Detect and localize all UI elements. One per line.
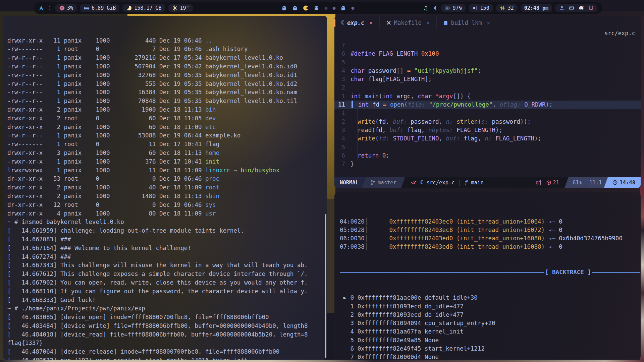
network-widget[interactable]: 32: [496, 4, 518, 12]
stat-widget[interactable]: 158.17 GB: [122, 4, 165, 12]
ls-row: dr-xr-xr-x 53 root 0 0 Dec 19 06:46 proc: [7, 175, 327, 183]
ls-row-meta: -rw-r--r-- 1 panix 1000 16384 Dec 19 05:…: [7, 89, 205, 96]
workspace-dot[interactable]: [324, 7, 327, 10]
memory-value: 0: [559, 243, 562, 250]
code-text: #define FLAG_LENGTH 0x100: [351, 50, 439, 58]
statusline-clock: 14:48: [604, 177, 641, 188]
cpu-icon: [59, 5, 65, 11]
tab-close-icon[interactable]: ×: [369, 20, 373, 26]
terminal-scrollbar[interactable]: [325, 214, 326, 358]
user-icon[interactable]: [559, 5, 565, 11]
editor-window[interactable]: Cexp.c×Makefile×build_lkm× src/exp.c 76#…: [334, 16, 641, 188]
bluetooth-icon[interactable]: [432, 5, 438, 11]
terminal-text: [ 14.667164] ### Welcome to this kernel …: [7, 245, 191, 251]
backtrace-rule-right: [592, 272, 640, 273]
tab-build_lkm[interactable]: build_lkm×: [436, 16, 497, 30]
workspace-dot[interactable]: [351, 7, 354, 10]
file-name: init: [205, 158, 219, 165]
clock-widget[interactable]: 02:48 pm: [521, 4, 552, 12]
line-number: 6: [334, 50, 351, 58]
ls-row: -rw-r--r-- 1 panix 1000 32768 Dec 19 05:…: [7, 71, 327, 80]
tab-Makefile[interactable]: Makefile×: [379, 16, 437, 30]
git-branch-icon: [371, 180, 375, 185]
code-line: 5: [334, 143, 641, 152]
symlink-arrow: →: [230, 167, 241, 174]
stat-value: 19°: [180, 5, 189, 11]
code-text: read(fd, buf: flag, nbytes: FLAG_LENGTH)…: [351, 126, 502, 134]
terminal-line: [ 46.489633] exp (102) used greatest sta…: [7, 356, 327, 360]
workspace-dot[interactable]: [332, 7, 335, 10]
terminal-text: [ 14.668333] Good luck!: [7, 297, 96, 303]
discord-icon[interactable]: [578, 5, 584, 11]
tab-label: build_lkm: [451, 19, 482, 26]
ls-row: -rw------- 1 root 0 7 Dec 19 06:46 .ash_…: [7, 45, 327, 54]
line-number: 1: [334, 109, 351, 117]
editor-cursor: [352, 101, 353, 108]
ghost-workspace-icon[interactable]: [292, 5, 298, 11]
ls-row-meta: dr-xr-xr-x 53 root 0 0 Dec 19 06:46: [7, 175, 205, 182]
backtrace-header: [ BACKTRACE ]: [340, 268, 641, 277]
menu-dots-icon[interactable]: ⋮: [47, 5, 52, 11]
tab-exp.c[interactable]: Cexp.c×: [334, 16, 379, 30]
code-text: return 0;: [351, 152, 389, 160]
arch-logo-icon[interactable]: [38, 5, 44, 11]
line-number: 4: [334, 134, 351, 143]
ls-row: -rw-r--r-- 1 panix 1000 53088 Dec 19 06:…: [7, 131, 327, 140]
file-icon: [443, 20, 448, 25]
ghost-workspace-icon[interactable]: [281, 5, 287, 11]
terminal-text: [ 14.661959] challenge: loading out-of-t…: [7, 227, 244, 234]
traffic-arrows-icon: [500, 5, 505, 11]
ls-row-meta: -rw------- 1 root 0 11 Dec 17 10:41: [7, 141, 205, 147]
line-number: 11: [334, 101, 351, 109]
cursor-position: 11:1: [589, 180, 602, 186]
terminal-text: [ 46.483484] [device_write] file=ffff888…: [7, 322, 308, 329]
line-number: 4: [334, 67, 351, 75]
power-icon[interactable]: [588, 5, 594, 11]
volume-widget[interactable]: 150: [469, 4, 493, 12]
file-name: etc: [205, 124, 216, 130]
terminal-line: [ 46.483085] [device_open] inode=ffff888…: [7, 313, 327, 322]
ls-row: drwxr-xr-x 4 panix 1000 80 Dec 18 11:09 …: [7, 209, 327, 218]
ls-row-meta: -rw-r--r-- 1 panix 1000 70848 Dec 19 05:…: [7, 98, 205, 104]
battery-widget[interactable]: 97%: [441, 4, 466, 12]
ls-row-meta: -rw-r--r-- 1 panix 1000 32768 Dec 19 05:…: [7, 72, 205, 78]
ghost-workspace-icon[interactable]: [340, 5, 346, 11]
code-area[interactable]: 76#define FLAG_LENGTH 0x10054char passwo…: [334, 39, 641, 168]
current-function: main: [471, 180, 483, 186]
memory-address: 0xffffffff82403ed8 (init_thread_union+16…: [389, 243, 545, 250]
ls-row: dr-xr-xr-x 12 root 0 0 Dec 19 06:46 sys: [7, 201, 327, 209]
status-bar: ⋮ 3%6.89 GiB158.17 GB19° ♫ 97% 150 32 02…: [34, 2, 602, 14]
terminal-text: [ 14.667343] This challenge will misuse …: [7, 262, 308, 268]
stat-widget[interactable]: 3%: [55, 4, 77, 12]
code-line: 4 write(fd: STDOUT_FILENO, buf: flag, n:…: [334, 134, 641, 143]
stack-row: 04:0020│ 0xffffffff82403ec0 (init_thread…: [340, 218, 641, 226]
ls-row: -rw-r--r-- 1 panix 1000 279216 Dec 17 05…: [7, 54, 327, 62]
ls-row-meta: -rw-r--r-- 1 panix 1000 507904 Dec 19 05…: [7, 63, 205, 70]
ls-row-meta: drwxr-xr-x 2 panix 1000 1900 Dec 18 11:1…: [7, 106, 205, 113]
code-line: 3 read(fd, buf: flag, nbytes: FLAG_LENGT…: [334, 126, 641, 134]
pacman-workspace-icon[interactable]: [303, 5, 309, 11]
music-icon[interactable]: ♫: [423, 5, 428, 11]
statusline-right: gj 21 61% 11:1 14:48: [536, 177, 641, 188]
wallpaper-right-edge: [640, 16, 644, 362]
terminal-window[interactable]: drwxr-xr-x 11 panix 1000 440 Dec 19 06:4…: [3, 16, 327, 360]
terminal-text: [ 14.668110] If you can figure out the p…: [7, 288, 308, 295]
lsp-indicator: <c: [411, 180, 417, 186]
terminal-text: [ 14.667902] You can open, read, write, …: [7, 279, 308, 286]
debugger-window[interactable]: 04:0020│ 0xffffffff82403ec0 (init_thread…: [334, 192, 641, 360]
keyboard-icon[interactable]: [569, 5, 574, 11]
ghost-workspace-icon[interactable]: [314, 5, 319, 11]
tab-close-icon[interactable]: ×: [487, 20, 490, 26]
ls-row: -rw------- 1 root 0 11 Dec 17 10:41 flag: [7, 140, 327, 149]
code-text: char password[] = "ucihjkpyaybhjjsf";: [351, 67, 481, 75]
code-text: char flag[FLAG_LENGTH];: [351, 75, 432, 83]
tab-close-icon[interactable]: ×: [427, 20, 430, 26]
stat-widget[interactable]: 19°: [168, 4, 193, 12]
symlink-target: bin/busybox: [240, 167, 279, 174]
file-name: linuxrc: [205, 167, 230, 174]
code-line: 6#define FLAG_LENGTH 0x100: [334, 50, 641, 58]
memory-icon: [84, 5, 89, 11]
git-branch-segment[interactable]: master: [362, 177, 405, 188]
ls-row: drwxr-xr-x 3 panix 1000 60 Dec 18 11:13 …: [7, 149, 327, 158]
stat-widget[interactable]: 6.89 GiB: [80, 4, 119, 12]
